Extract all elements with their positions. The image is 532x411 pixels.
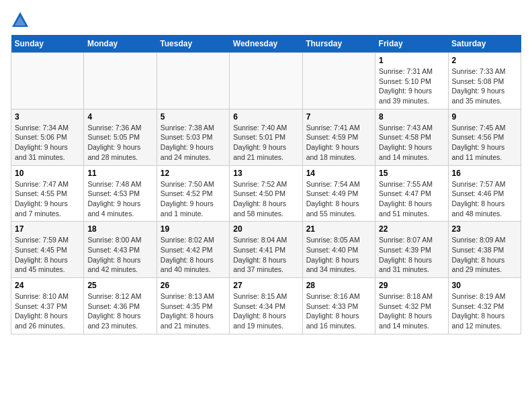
day-number: 26 <box>161 281 226 290</box>
calendar-cell: 30Sunrise: 8:19 AM Sunset: 4:32 PM Dayli… <box>448 278 521 334</box>
day-info: Sunrise: 8:16 AM Sunset: 4:33 PM Dayligh… <box>306 291 371 331</box>
calendar-cell: 6Sunrise: 7:40 AM Sunset: 5:01 PM Daylig… <box>230 109 302 165</box>
day-info: Sunrise: 7:57 AM Sunset: 4:46 PM Dayligh… <box>452 179 517 219</box>
day-number: 19 <box>161 224 226 234</box>
weekday-header-monday: Monday <box>84 35 157 53</box>
calendar-cell: 3Sunrise: 7:34 AM Sunset: 5:06 PM Daylig… <box>11 109 84 165</box>
header <box>11 11 521 30</box>
day-number: 29 <box>379 281 444 290</box>
day-info: Sunrise: 7:36 AM Sunset: 5:05 PM Dayligh… <box>87 123 152 163</box>
day-info: Sunrise: 7:41 AM Sunset: 4:59 PM Dayligh… <box>306 123 371 163</box>
calendar-cell: 16Sunrise: 7:57 AM Sunset: 4:46 PM Dayli… <box>448 165 521 222</box>
day-info: Sunrise: 7:54 AM Sunset: 4:49 PM Dayligh… <box>306 179 371 219</box>
day-number: 21 <box>306 224 371 234</box>
day-number: 13 <box>233 169 298 178</box>
calendar-cell: 10Sunrise: 7:47 AM Sunset: 4:55 PM Dayli… <box>11 165 84 222</box>
day-number: 20 <box>233 224 298 234</box>
day-info: Sunrise: 7:40 AM Sunset: 5:01 PM Dayligh… <box>233 123 298 163</box>
day-number: 14 <box>306 169 371 178</box>
day-info: Sunrise: 7:33 AM Sunset: 5:08 PM Dayligh… <box>452 66 517 106</box>
day-number: 28 <box>306 281 371 290</box>
calendar-cell: 7Sunrise: 7:41 AM Sunset: 4:59 PM Daylig… <box>302 109 375 165</box>
day-info: Sunrise: 8:02 AM Sunset: 4:42 PM Dayligh… <box>161 235 226 275</box>
day-number: 8 <box>379 112 444 122</box>
calendar-week-row: 10Sunrise: 7:47 AM Sunset: 4:55 PM Dayli… <box>11 165 521 222</box>
calendar-cell: 28Sunrise: 8:16 AM Sunset: 4:33 PM Dayli… <box>302 278 375 334</box>
weekday-header-friday: Friday <box>375 35 448 53</box>
day-info: Sunrise: 7:43 AM Sunset: 4:58 PM Dayligh… <box>379 123 444 163</box>
calendar-cell: 13Sunrise: 7:52 AM Sunset: 4:50 PM Dayli… <box>230 165 302 222</box>
day-number: 11 <box>87 169 152 178</box>
day-info: Sunrise: 8:19 AM Sunset: 4:32 PM Dayligh… <box>452 291 517 331</box>
day-number: 1 <box>379 56 444 65</box>
calendar-cell: 26Sunrise: 8:13 AM Sunset: 4:35 PM Dayli… <box>157 278 229 334</box>
calendar-cell: 14Sunrise: 7:54 AM Sunset: 4:49 PM Dayli… <box>302 165 375 222</box>
calendar-table: SundayMondayTuesdayWednesdayThursdayFrid… <box>11 35 521 334</box>
day-number: 30 <box>452 281 517 290</box>
day-number: 16 <box>452 169 517 178</box>
day-info: Sunrise: 8:13 AM Sunset: 4:35 PM Dayligh… <box>161 291 226 331</box>
calendar-cell: 22Sunrise: 8:07 AM Sunset: 4:39 PM Dayli… <box>375 222 448 278</box>
day-info: Sunrise: 7:55 AM Sunset: 4:47 PM Dayligh… <box>379 179 444 219</box>
day-number: 9 <box>452 112 517 122</box>
calendar-cell: 5Sunrise: 7:38 AM Sunset: 5:03 PM Daylig… <box>157 109 229 165</box>
calendar-cell: 21Sunrise: 8:05 AM Sunset: 4:40 PM Dayli… <box>302 222 375 278</box>
day-number: 5 <box>161 112 226 122</box>
calendar-cell: 11Sunrise: 7:48 AM Sunset: 4:53 PM Dayli… <box>84 165 157 222</box>
weekday-header-wednesday: Wednesday <box>230 35 302 53</box>
calendar-cell <box>157 53 229 109</box>
day-info: Sunrise: 7:34 AM Sunset: 5:06 PM Dayligh… <box>15 123 80 163</box>
calendar-cell: 20Sunrise: 8:04 AM Sunset: 4:41 PM Dayli… <box>230 222 302 278</box>
day-info: Sunrise: 8:00 AM Sunset: 4:43 PM Dayligh… <box>87 235 152 275</box>
calendar-cell: 24Sunrise: 8:10 AM Sunset: 4:37 PM Dayli… <box>11 278 84 334</box>
day-number: 12 <box>161 169 226 178</box>
day-number: 18 <box>87 224 152 234</box>
day-number: 22 <box>379 224 444 234</box>
weekday-header-saturday: Saturday <box>448 35 521 53</box>
calendar-cell: 1Sunrise: 7:31 AM Sunset: 5:10 PM Daylig… <box>375 53 448 109</box>
calendar-cell: 27Sunrise: 8:15 AM Sunset: 4:34 PM Dayli… <box>230 278 302 334</box>
calendar-cell <box>11 53 84 109</box>
calendar-cell: 2Sunrise: 7:33 AM Sunset: 5:08 PM Daylig… <box>448 53 521 109</box>
calendar-cell: 25Sunrise: 8:12 AM Sunset: 4:36 PM Dayli… <box>84 278 157 334</box>
day-info: Sunrise: 7:31 AM Sunset: 5:10 PM Dayligh… <box>379 66 444 106</box>
day-info: Sunrise: 7:47 AM Sunset: 4:55 PM Dayligh… <box>15 179 80 219</box>
calendar-week-row: 24Sunrise: 8:10 AM Sunset: 4:37 PM Dayli… <box>11 278 521 334</box>
day-info: Sunrise: 8:18 AM Sunset: 4:32 PM Dayligh… <box>379 291 444 331</box>
weekday-header-row: SundayMondayTuesdayWednesdayThursdayFrid… <box>11 35 521 53</box>
day-info: Sunrise: 8:15 AM Sunset: 4:34 PM Dayligh… <box>233 291 298 331</box>
day-info: Sunrise: 8:12 AM Sunset: 4:36 PM Dayligh… <box>87 291 152 331</box>
calendar-week-row: 1Sunrise: 7:31 AM Sunset: 5:10 PM Daylig… <box>11 53 521 109</box>
calendar-cell: 9Sunrise: 7:45 AM Sunset: 4:56 PM Daylig… <box>448 109 521 165</box>
calendar-cell: 18Sunrise: 8:00 AM Sunset: 4:43 PM Dayli… <box>84 222 157 278</box>
logo-icon <box>11 11 30 30</box>
calendar-week-row: 17Sunrise: 7:59 AM Sunset: 4:45 PM Dayli… <box>11 222 521 278</box>
calendar-cell: 12Sunrise: 7:50 AM Sunset: 4:52 PM Dayli… <box>157 165 229 222</box>
calendar-cell <box>84 53 157 109</box>
calendar-cell: 17Sunrise: 7:59 AM Sunset: 4:45 PM Dayli… <box>11 222 84 278</box>
day-number: 4 <box>87 112 152 122</box>
day-number: 7 <box>306 112 371 122</box>
calendar-cell: 15Sunrise: 7:55 AM Sunset: 4:47 PM Dayli… <box>375 165 448 222</box>
weekday-header-sunday: Sunday <box>11 35 84 53</box>
day-number: 10 <box>15 169 80 178</box>
day-number: 15 <box>379 169 444 178</box>
calendar-cell: 8Sunrise: 7:43 AM Sunset: 4:58 PM Daylig… <box>375 109 448 165</box>
day-info: Sunrise: 8:04 AM Sunset: 4:41 PM Dayligh… <box>233 235 298 275</box>
day-info: Sunrise: 7:52 AM Sunset: 4:50 PM Dayligh… <box>233 179 298 219</box>
day-number: 25 <box>87 281 152 290</box>
day-info: Sunrise: 7:38 AM Sunset: 5:03 PM Dayligh… <box>161 123 226 163</box>
day-number: 17 <box>15 224 80 234</box>
weekday-header-thursday: Thursday <box>302 35 375 53</box>
day-number: 27 <box>233 281 298 290</box>
calendar-cell <box>302 53 375 109</box>
day-number: 23 <box>452 224 517 234</box>
day-info: Sunrise: 8:09 AM Sunset: 4:38 PM Dayligh… <box>452 235 517 275</box>
day-info: Sunrise: 7:59 AM Sunset: 4:45 PM Dayligh… <box>15 235 80 275</box>
day-info: Sunrise: 7:48 AM Sunset: 4:53 PM Dayligh… <box>87 179 152 219</box>
day-info: Sunrise: 7:50 AM Sunset: 4:52 PM Dayligh… <box>161 179 226 219</box>
day-info: Sunrise: 7:45 AM Sunset: 4:56 PM Dayligh… <box>452 123 517 163</box>
calendar-cell: 23Sunrise: 8:09 AM Sunset: 4:38 PM Dayli… <box>448 222 521 278</box>
calendar-cell: 29Sunrise: 8:18 AM Sunset: 4:32 PM Dayli… <box>375 278 448 334</box>
day-info: Sunrise: 8:05 AM Sunset: 4:40 PM Dayligh… <box>306 235 371 275</box>
